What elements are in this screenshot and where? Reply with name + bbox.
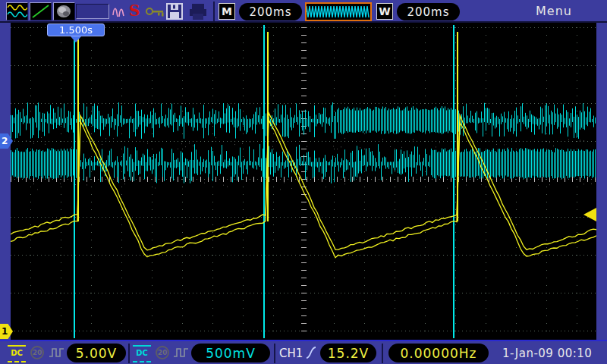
zoom-waveform-preview[interactable] [305,2,372,21]
ch2-scale-pill: 500mV [191,344,270,362]
frequency-counter-value: 0.00000Hz [400,346,476,361]
time-cursor-flag-pointer [71,36,81,42]
stop-icon: S [129,2,140,20]
time-cursor-flag[interactable]: 1.500s [47,24,105,36]
zoom-timebase-value: 200ms [407,5,449,19]
status-divider-2 [274,344,275,363]
persistence-display-button[interactable] [53,2,75,20]
ch1-coupling-icon: DC [8,345,26,362]
scope-screen-canvas [0,0,607,364]
trigger-level-pill: 15.2V [320,344,376,362]
ch2-squarewave-icon [173,347,190,359]
xy-line-button[interactable] [30,2,52,20]
ch1-scale-value: 5.00V [76,346,117,361]
main-timebase-label: M [219,3,235,20]
ch1-bandwidth-icon: 20 [30,346,44,359]
ch2-scale-value: 500mV [206,346,256,361]
main-timebase-pill: 200ms [239,3,302,20]
main-timebase-value: 200ms [249,5,291,19]
toolbar-divider [213,2,215,21]
keylock-icon [146,5,165,17]
trigger-source-label: CH1 [279,347,303,360]
ch1-squarewave-icon [49,347,65,359]
ch2-bandwidth-icon: 20 [156,346,169,359]
trigger-edge-icon [305,345,317,360]
ch1-scale-pill: 5.00V [67,344,126,362]
status-bar: DC 20 5.00V DC 20 500mV CH1 15.2V 0.0000… [0,340,607,364]
noise-display-icon [54,3,74,20]
datetime-label: 1-Jan-09 00:10 [502,347,592,360]
ch2-coupling-icon: DC [133,345,151,362]
frequency-pill: 0.00000Hz [388,344,489,362]
save-icon[interactable] [165,2,184,20]
oscilloscope-ui: S M 200ms W 200ms Menu [0,0,607,364]
trigger-level-value: 15.2V [328,346,369,361]
top-toolbar: S M 200ms W 200ms Menu [0,0,607,23]
status-inset-box [76,4,109,19]
zoom-timebase-label: W [376,3,393,20]
status-divider-3 [382,344,383,363]
persistence-icon [112,3,127,20]
zoom-wave-icon [307,4,370,20]
channel-waves-button[interactable] [6,2,28,20]
status-divider-1 [128,344,130,363]
ch-waves-icon [7,3,27,20]
menu-button[interactable]: Menu [530,4,578,19]
zoom-timebase-pill: 200ms [397,3,460,20]
diagonal-line-icon [30,3,51,20]
print-icon [188,2,208,20]
